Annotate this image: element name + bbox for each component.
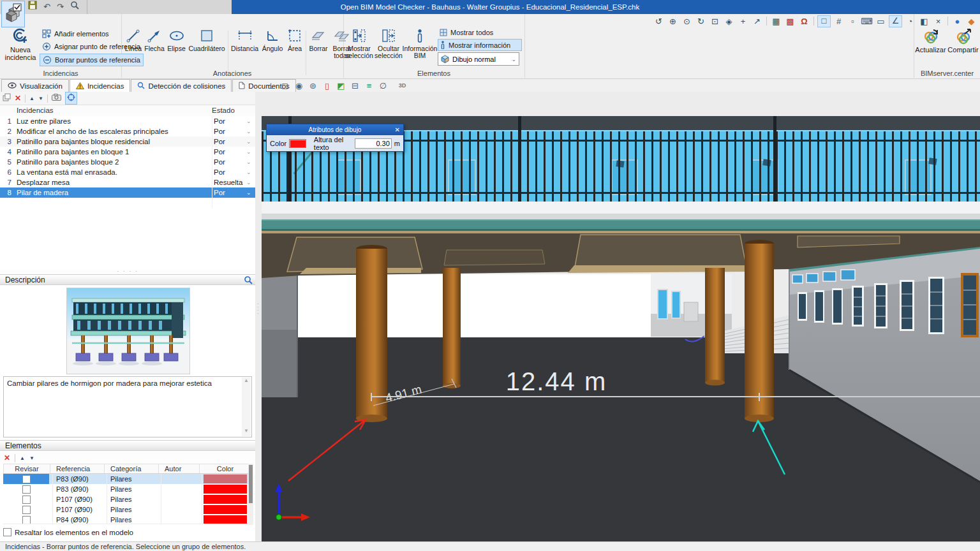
move-up-icon[interactable]: ▲ [29,96,34,101]
protractor-icon[interactable]: ∠ [889,15,902,27]
undo-icon[interactable]: ↶ [43,0,50,14]
3d-viewport[interactable]: 12.44 m 4.91 m Atributos de dibujo [262,92,980,541]
resaltar-checkbox[interactable] [3,528,11,536]
color-cell[interactable] [202,484,248,494]
dibujo-normal-dropdown[interactable]: Dibujo normal ⌄ [438,52,519,66]
color-cell[interactable] [202,515,248,524]
grid-icon[interactable]: # [833,16,845,27]
ocultar-seleccion-button[interactable]: Ocultar selección [374,28,403,59]
locate-target-icon[interactable] [65,92,77,105]
area-button[interactable]: Área [285,28,304,52]
borrar-button[interactable]: Borrar [308,28,329,52]
section-plane-icon[interactable]: ◩ [336,80,346,92]
snap-magnet-icon[interactable]: Ω [798,16,810,27]
wood-column-2[interactable] [443,268,461,388]
revisar-checkbox[interactable] [22,496,31,504]
layers-icon[interactable]: ≡ [364,80,375,92]
send-view-icon[interactable]: ↗ [751,16,763,27]
splitter-handle[interactable]: ···· [257,302,259,315]
elemento-row[interactable]: P107 (Ø90) Pilares [3,494,253,505]
delete-incidencia-icon[interactable]: ✕ [15,94,21,103]
altura-input[interactable] [355,138,392,149]
cuadrilatero-button[interactable]: Cuadrilátero [187,28,226,52]
app-menu-button[interactable] [1,1,25,27]
ortho-icon[interactable]: □ [817,15,831,27]
resaltar-checkbox-row[interactable]: Resaltar los elementos en el modelo [3,528,133,536]
incidencia-row[interactable]: 7Desplazar mesaResuelta⌄ [0,177,255,188]
horizontal-splitter-handle[interactable]: · · · · [0,269,255,274]
compartir-button[interactable]: Compartir [947,28,979,54]
descripcion-textarea[interactable]: Cambiar pilares de hormigon por madera p… [3,376,252,437]
element-down-icon[interactable]: ▼ [29,455,34,461]
color-cell[interactable] [202,474,248,484]
ruler-icon[interactable]: ▭ [875,16,887,27]
mostrar-informacion-button[interactable]: Mostrar información [438,39,522,51]
textarea-scrollbar[interactable]: ▲ ▼ [242,378,251,436]
cube-view-icon[interactable]: ◻ [279,80,290,92]
incidencia-row[interactable]: 5Patinillo para bajantes bloque 2Por res… [0,157,255,168]
hatch-icon[interactable]: ▩ [784,16,796,27]
elemento-row-selected[interactable]: P83 (Ø90) Pilares [3,474,253,485]
measure-plane-icon[interactable]: ⊟ [350,80,360,92]
move-view-icon[interactable]: + [737,16,749,27]
incidencia-row[interactable]: 6La ventana está mal enrasada.Por resolv… [0,167,255,178]
elemento-row[interactable]: P83 (Ø90) Pilares [3,484,253,495]
camera-icon[interactable] [52,94,61,103]
incidencia-row[interactable]: 2Modificar el ancho de las escaleras pri… [0,126,255,137]
scroll-up-icon[interactable]: ▲ [242,378,251,386]
tab-visualizacion[interactable]: Visualización [1,79,69,92]
chevron-down-icon[interactable]: ⌄ [246,177,254,187]
save-icon[interactable] [28,0,37,14]
estado-dropdown[interactable]: Por resolver [212,187,247,208]
chevron-down-icon[interactable]: ⌄ [246,157,254,167]
zoom-previous-icon[interactable]: ↺ [653,16,665,27]
mostrar-todos-button[interactable]: Mostrar todos [438,27,522,38]
section-box-icon[interactable]: ▯ [322,80,332,92]
zoom-window-icon[interactable]: ⊕ [667,16,679,27]
hide-elements-icon[interactable]: ∅ [378,80,389,92]
turntable-icon[interactable]: ⊚ [308,80,318,92]
chevron-down-icon[interactable]: ⌄ [246,116,254,126]
redo-icon[interactable]: ↷ [57,0,64,14]
incidencia-row[interactable]: 1Luz entre pilaresPor resolver⌄ [0,116,255,127]
wood-column-3[interactable] [705,268,725,386]
chevron-down-icon[interactable]: ⌄ [246,136,254,147]
revisar-checkbox[interactable] [22,506,31,514]
chevron-down-icon[interactable]: ⌄ [246,126,254,136]
revisar-checkbox[interactable] [22,475,31,483]
orbit-icon[interactable]: ◉ [293,80,304,92]
incidencia-row[interactable]: 4Patinillo para bajantes en bloque 1Por … [0,147,255,158]
elemento-row[interactable]: P84 (Ø90) Pilares [3,515,253,524]
snap-point-icon[interactable]: ▫ [847,16,859,27]
zoom-image-icon[interactable] [244,276,253,288]
flecha-button[interactable]: Flecha [143,28,166,52]
search-icon[interactable] [70,0,79,14]
move-down-icon[interactable]: ▼ [38,96,43,101]
elementos-scrollbar[interactable] [248,464,253,525]
nueva-incidencia-button[interactable]: Nueva incidencia [2,28,39,61]
duplicate-icon[interactable] [3,93,11,103]
map-icon[interactable]: ▦ [770,16,782,27]
color-cell[interactable] [202,504,248,515]
atributos-dialog[interactable]: Atributos de dibujo ✕ Color Altura del t… [266,124,404,152]
keyboard-icon[interactable]: ⌨ [861,16,873,27]
scroll-down-icon[interactable]: ▼ [242,428,251,436]
dialog-close-icon[interactable]: ✕ [395,124,400,135]
gizmo-3d-icon[interactable]: 3D [397,80,408,92]
color-swatch[interactable] [289,139,306,148]
color-cell[interactable] [202,494,248,504]
revisar-checkbox[interactable] [22,516,31,524]
chevron-down-icon[interactable]: ⌄ [246,167,254,177]
chevron-down-icon[interactable]: ⌄ [246,147,254,157]
chevron-down-icon[interactable]: ⌄ [246,187,254,198]
incidencia-thumbnail[interactable] [66,288,190,374]
actualizar-button[interactable]: Actualizar [914,28,947,54]
incidencia-row-selected[interactable]: 8Pilar de maderaPor resolver⌄ [0,187,255,198]
mostrar-seleccion-button[interactable]: Mostrar selección [345,28,374,59]
distancia-button[interactable]: Distancia [230,28,260,52]
pan-icon[interactable]: ◈ [723,16,735,27]
anadir-elementos-button[interactable]: Añadir elementos [40,28,112,40]
zoom-scale-icon[interactable]: ⊙ [681,16,693,27]
linea-button[interactable]: Línea [124,28,143,52]
dialog-titlebar[interactable]: Atributos de dibujo ✕ [267,124,403,135]
